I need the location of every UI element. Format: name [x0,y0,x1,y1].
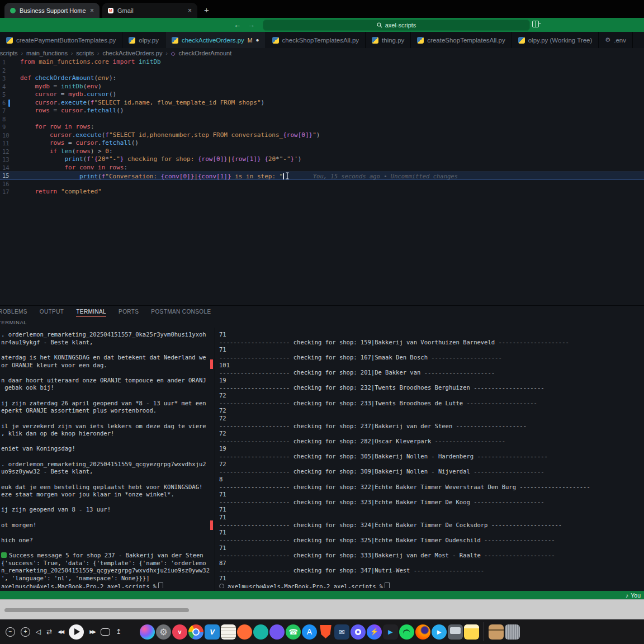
dock-app-siri-icon[interactable] [140,624,155,640]
browser-tab-2[interactable]: MGmail× [102,3,197,18]
back-arrow-icon[interactable]: ← [234,21,241,29]
line-number: 17 [0,188,16,196]
code-line-9[interactable]: 9 for row in rows: [0,123,644,131]
breadcrumb-item[interactable]: main_functions [26,50,68,56]
code-line-17[interactable]: 17 return "completed" [0,188,644,196]
panel-tab-output[interactable]: OUTPUT [40,306,64,317]
python-file-icon [129,37,135,44]
volume-icon[interactable]: ◁ [36,628,41,636]
terminal-pane-left[interactable]: . orderlemon_remarketing_202504151557_0k… [0,331,212,588]
panel-tab-terminal[interactable]: TERMINAL [76,306,106,317]
code-line-3[interactable]: 3def checkOrderAmount(env): [0,74,644,83]
code-line-8[interactable]: 8 [0,115,644,124]
code-line-text: return "completed" [16,188,102,196]
dock-app-notes-doc-icon[interactable] [221,624,236,640]
share-icon[interactable]: ↥ [116,628,121,636]
breadcrumb-item[interactable]: checkActiveOrders.py [102,50,162,56]
next-icon[interactable]: ▶▶ [89,629,95,634]
dock-app-package-icon[interactable] [489,624,504,640]
gear-icon: ⚙ [605,36,610,44]
tab-close-icon[interactable]: × [90,7,94,14]
panel-tab-postman-console[interactable]: POSTMAN CONSOLE [151,306,211,317]
dock-app-pocket-icon[interactable]: v [172,624,187,640]
breadcrumb-item[interactable]: checkOrderAmount [178,50,231,56]
dock-app-purple-app-icon[interactable] [269,624,285,640]
terminal-split-divider[interactable] [215,328,215,591]
code-line-7[interactable]: 7 rows = cursor.fetchall() [0,107,644,115]
terminal-line: -------------------- checking for shop: … [219,453,644,461]
terminal-line: 101 [219,362,644,370]
dock-app-app-store-icon[interactable]: A [302,624,317,640]
play-button[interactable] [69,624,84,640]
shuffle-icon[interactable]: ⇄ [46,628,52,636]
dock-app-whatsapp-icon[interactable]: ☎ [286,624,301,640]
code-line-11[interactable]: 11 rows = cursor.fetchall() [0,139,644,148]
terminal-panel[interactable]: . orderlemon_remarketing_202504151557_0k… [0,328,644,591]
code-line-10[interactable]: 10 cursor.execute(f"SELECT id,phonenumbe… [0,131,644,140]
dock-app-firefox-icon[interactable] [415,624,430,640]
code-line-12[interactable]: 12 if len(rows) > 0: [0,148,644,156]
terminal-line: 72 [219,407,644,415]
editor-tab-createpaymentbuttontemplates-py[interactable]: createPaymentButtonTemplates.py [0,32,122,48]
forward-arrow-icon[interactable]: → [248,21,255,29]
browser-tab-bar: Business Support Home×MGmail×+ [0,0,644,18]
horizontal-scrollbar-thumb[interactable] [4,608,189,612]
dock-app-brave-icon[interactable] [318,624,333,640]
panel-tab-ports[interactable]: PORTS [119,306,139,317]
browser-tab-1[interactable]: Business Support Home× [4,3,100,18]
terminal-line: -------------------- checking for shop: … [219,339,644,347]
code-line-2[interactable]: 2 [0,67,644,75]
editor-tab-checkshoptemplatesall-py[interactable]: checkShopTemplatesAll.py [266,32,366,48]
terminal-section-header: TERMINAL [0,317,644,328]
dock-app-settings-icon[interactable]: ⚙ [156,624,171,640]
line-number: 2 [0,67,16,75]
code-editor[interactable]: 1from main_functions.core import initDb2… [0,58,644,305]
previous-icon[interactable]: ◀◀ [58,629,63,634]
editor-tab--env[interactable]: ⚙.env [599,32,633,48]
statusbar-music-item[interactable]: ♪ You [626,592,641,599]
success-check-icon [1,552,7,558]
terminal-line [1,476,212,484]
tab-close-icon[interactable]: × [188,7,192,14]
dirty-dot-icon[interactable]: ● [256,37,259,43]
editor-tab-createshoptemplatesall-py[interactable]: createShopTemplatesAll.py [411,32,512,48]
editor-tab-checkactiveorders-py[interactable]: checkActiveOrders.pyM● [165,32,266,48]
code-line-1[interactable]: 1from main_functions.core import initDb [0,58,644,67]
breadcrumb: axel-scripts›main_functions›scripts›chec… [0,48,644,58]
dock-app-spotify-icon[interactable] [399,624,414,640]
command-search-input[interactable]: axel-scripts [263,20,530,31]
dock-app-mail-icon[interactable]: ✉ [334,624,349,640]
editor-tab-olpy-py-working-tree-[interactable]: olpy.py (Working Tree) [512,32,599,48]
code-line-5[interactable]: 5 cursor = mydb.cursor() [0,91,644,99]
dock-app-telegram-icon[interactable]: ▶ [432,624,447,640]
code-line-6[interactable]: 6 cursor.execute(f"SELECT id,name, flow_… [0,99,644,107]
dock-app-vscode-icon[interactable]: V [205,624,220,640]
layout-control-icon[interactable] [532,21,541,27]
dock-app-screen-sharing-icon[interactable] [448,624,463,640]
dock-app-media-player-icon[interactable]: ▶ [383,624,398,640]
plus-circle-icon[interactable]: + [21,627,30,637]
new-tab-button[interactable]: + [204,5,209,15]
editor-tab-olpy-py[interactable]: olpy.py [122,32,165,48]
dock-app-messenger-icon[interactable]: ⚡ [367,624,382,640]
code-line-13[interactable]: 13 print(f'{20*"-"} checking for shop: {… [0,155,644,164]
code-line-16[interactable]: 16 [0,180,644,188]
code-line-14[interactable]: 14 for conv in rows: [0,164,644,172]
code-line-text [16,115,20,124]
panel-tab-problems[interactable]: PROBLEMS [0,306,27,317]
dock-app-teal-app-icon[interactable] [253,624,268,640]
breadcrumb-item[interactable]: axel-scripts [0,50,18,56]
terminal-line: -------------------- checking for shop: … [219,499,644,506]
dock-app-stickies-icon[interactable] [464,624,479,640]
comment-icon[interactable] [101,628,110,636]
code-line-4[interactable]: 4 mydb = initDb(env) [0,83,644,91]
breadcrumb-item[interactable]: scripts [76,50,94,56]
minus-circle-icon[interactable]: − [6,627,15,637]
terminal-pane-right[interactable]: 71-------------------- checking for shop… [218,331,644,588]
code-line-15[interactable]: 15 print(f"Conversation: {conv[0]}|{conv… [0,172,644,180]
dock-app-loom-icon[interactable] [351,624,366,640]
editor-tab-thing-py[interactable]: thing.py [366,32,411,48]
dock-app-postman-icon[interactable] [237,624,252,640]
dock-app-trash-icon[interactable] [505,624,520,640]
dock-app-chrome-icon[interactable] [188,624,203,640]
